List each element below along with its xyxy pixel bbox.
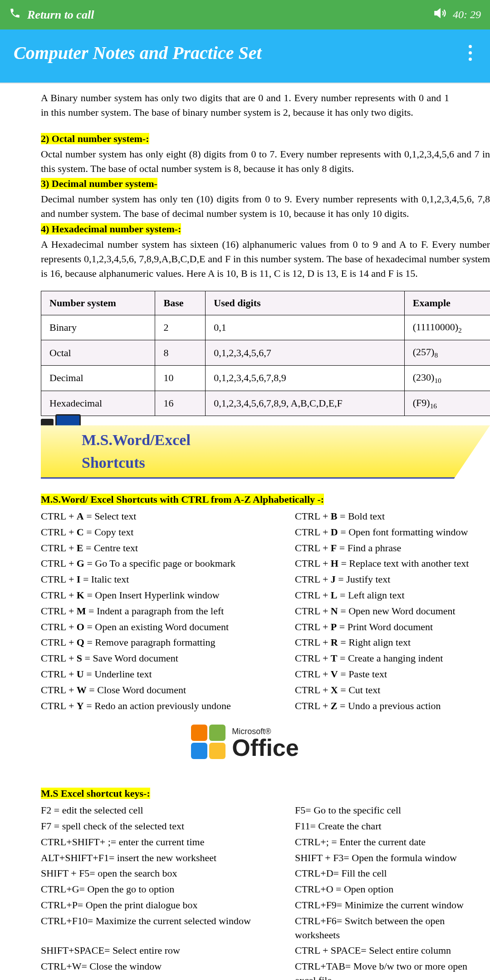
ms-office-logo: Microsoft® Office xyxy=(0,725,490,759)
decimal-heading: 3) Decimal number system- xyxy=(41,178,157,189)
excel-shortcuts-heading: M.S Excel shortcut keys-: xyxy=(41,786,449,801)
number-system-table: Number system Base Used digits Example B… xyxy=(41,291,490,416)
shortcut-row: CTRL + I = Italic textCTRL + J = Justify… xyxy=(0,572,490,588)
speaker-icon[interactable] xyxy=(434,6,447,23)
shortcut-row: CTRL + W = Close Word documentCTRL + X =… xyxy=(0,682,490,698)
shortcut-row: SHIFT+SPACE= Select entire rowCTRL + SPA… xyxy=(0,943,490,959)
shortcut-row: CTRL+SHIFT+ ;= enter the current timeCTR… xyxy=(0,834,490,850)
octal-heading: 2) Octal number system-: xyxy=(41,133,149,144)
th-digits: Used digits xyxy=(206,291,405,315)
call-return-bar[interactable]: Return to call 40: 29 xyxy=(0,0,490,29)
document-content: A Binary number system has only two digi… xyxy=(0,83,490,980)
overflow-menu-icon[interactable] xyxy=(464,45,476,61)
banner-title: M.S.Word/Excel Shortcuts xyxy=(41,425,490,479)
shortcut-row: CTRL + O = Open an existing Word documen… xyxy=(0,619,490,635)
app-title-bar: Computer Notes and Practice Set xyxy=(0,29,490,83)
shortcut-row: CTRL+F10= Maximize the current selected … xyxy=(0,913,490,943)
shortcut-row: CTRL + K = Open Insert Hyperlink windowC… xyxy=(0,588,490,603)
table-row: Octal80,1,2,3,4,5,6,7(257)8 xyxy=(41,340,490,366)
octal-section: 2) Octal number system-: Octal number sy… xyxy=(0,129,490,284)
shortcut-row: CTRL + M = Indent a paragraph from the l… xyxy=(0,603,490,619)
phone-icon xyxy=(9,7,21,22)
shortcut-row: ALT+SHIFT+F1= insert the new worksheetSH… xyxy=(0,850,490,866)
decimal-text: Decimal number system has only ten (10) … xyxy=(41,192,490,221)
call-timer: 40: 29 xyxy=(453,9,481,21)
hex-heading: 4) Hexadecimal number system-: xyxy=(41,223,181,235)
hex-text: A Hexadecimal number system has sixteen … xyxy=(41,237,490,281)
shortcut-row: CTRL + G = Go To a specific page or book… xyxy=(0,556,490,572)
office-label: Office xyxy=(232,737,299,759)
shortcut-row: CTRL + Q = Remove paragraph formattingCT… xyxy=(0,635,490,651)
th-base: Base xyxy=(155,291,206,315)
shortcut-row: CTRL+P= Open the print dialogue boxCTRL+… xyxy=(0,897,490,913)
shortcuts-banner: M.S.Word/Excel Shortcuts xyxy=(41,425,490,479)
table-row: Binary20,1(11110000)2 xyxy=(41,315,490,340)
shortcut-row: CTRL+W= Close the windowCTRL+TAB= Move b… xyxy=(0,959,490,980)
shortcut-row: F2 = edit the selected cellF5= Go to the… xyxy=(0,803,490,818)
shortcut-row: CTRL + U = Underline textCTRL + V = Past… xyxy=(0,666,490,682)
th-example: Example xyxy=(404,291,490,315)
shortcut-row: F7 = spell check of the selected textF11… xyxy=(0,818,490,834)
table-row: Hexadecimal160,1,2,3,4,5,6,7,8,9, A,B,C,… xyxy=(41,391,490,416)
office-squares-icon xyxy=(191,725,225,759)
shortcut-row: CTRL + C = Copy textCTRL + D = Open font… xyxy=(0,524,490,540)
shortcut-row: CTRL+G= Open the go to optionCTRL+O = Op… xyxy=(0,882,490,897)
shortcut-row: CTRL + S = Save Word documentCTRL + T = … xyxy=(0,651,490,666)
binary-intro: A Binary number system has only two digi… xyxy=(0,88,490,129)
return-to-call-label: Return to call xyxy=(27,8,434,22)
octal-text: Octal number system has only eight (8) d… xyxy=(41,147,490,176)
word-shortcuts-heading: M.S.Word/ Excel Shortcuts with CTRL from… xyxy=(41,492,449,507)
shortcut-row: SHIFT + F5= open the search boxCTRL+D= F… xyxy=(0,866,490,882)
th-ns: Number system xyxy=(41,291,155,315)
shortcut-row: CTRL + Y = Redo an action previously und… xyxy=(0,698,490,714)
shortcut-row: CTRL + A = Select textCTRL + B = Bold te… xyxy=(0,509,490,524)
table-row: Decimal100,1,2,3,4,5,6,7,8,9(230)10 xyxy=(41,366,490,391)
page-title: Computer Notes and Practice Set xyxy=(14,42,464,64)
shortcut-row: CTRL + E = Centre textCTRL + F = Find a … xyxy=(0,540,490,556)
